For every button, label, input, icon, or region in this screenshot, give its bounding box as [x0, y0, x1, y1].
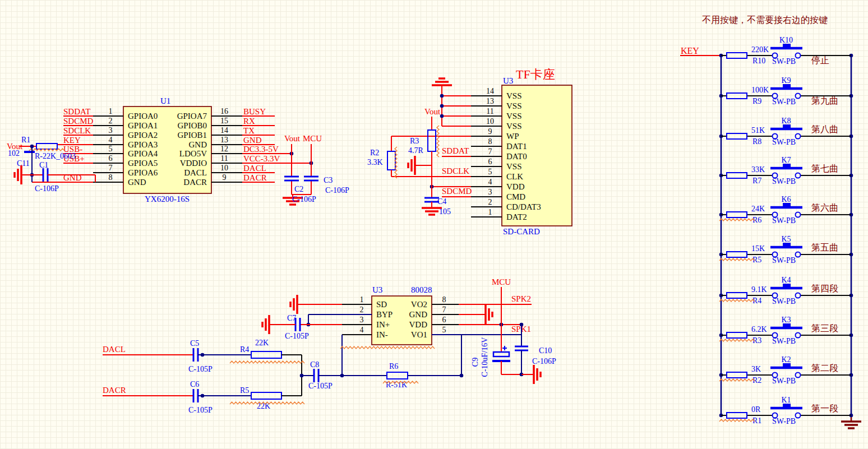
resistor-symbol[interactable] — [727, 293, 747, 298]
net-label[interactable]: SDCLK — [63, 126, 91, 135]
net-label[interactable]: KEY — [63, 136, 81, 145]
pin-name: GND — [409, 310, 428, 319]
component-value: 24K — [751, 205, 765, 213]
component-value: 15K — [751, 244, 765, 253]
resistor-symbol[interactable] — [428, 130, 436, 151]
song-label: 第八曲 — [811, 124, 838, 134]
resistor-symbol[interactable] — [387, 372, 408, 379]
pin-number: 4 — [488, 178, 492, 186]
pin-name: VDD — [409, 320, 428, 329]
component-value: SW-PB — [772, 216, 796, 225]
component-ref: R8 — [752, 137, 761, 146]
net-label[interactable]: BUSY — [243, 107, 266, 116]
net-label[interactable]: VCC-3.3V — [243, 154, 280, 163]
song-label: 第九曲 — [811, 96, 838, 105]
component-value: 9.1K — [751, 285, 767, 294]
net-label[interactable]: SDCMD — [63, 117, 94, 126]
switch-contact — [796, 212, 801, 217]
pin-name: DACR — [183, 178, 207, 187]
component-value: 22K — [255, 339, 269, 347]
net-label[interactable]: DACL — [103, 345, 126, 354]
component-value: 51K — [751, 126, 765, 135]
net-label[interactable]: SDCMD — [442, 187, 472, 196]
switch-button-row-8[interactable] — [783, 363, 791, 368]
switch-contact — [796, 53, 801, 58]
pin-name: VSS — [506, 122, 522, 131]
resistor-symbol[interactable] — [727, 413, 747, 418]
switch-button-row-2[interactable] — [783, 124, 791, 129]
net-label[interactable]: MCU — [492, 277, 511, 286]
pin-name: VSS — [506, 91, 522, 100]
net-label[interactable]: SDDAT — [442, 146, 469, 155]
resistor-symbol[interactable] — [387, 151, 395, 170]
pin-number: 4 — [360, 326, 364, 334]
net-label[interactable]: DACR — [103, 386, 126, 395]
pin-name: IN- — [376, 330, 388, 339]
pin-number: 3 — [109, 126, 113, 135]
switch-button-row-1[interactable] — [783, 84, 791, 89]
net-label[interactable]: SPK2 — [511, 294, 531, 303]
component-ref: C1 — [39, 161, 48, 169]
resistor-symbol[interactable] — [727, 252, 747, 257]
component-value: SW-PB — [772, 417, 796, 425]
pin-number: 12 — [220, 145, 228, 153]
component-ref: C10 — [539, 346, 552, 355]
component-ref: C11 — [17, 159, 30, 168]
capacitor-symbol[interactable] — [493, 352, 509, 357]
pin-name: GPIOA4 — [128, 149, 158, 158]
resistor-symbol[interactable] — [727, 53, 747, 58]
pin-name: GPIOA5 — [128, 159, 158, 168]
resistor-symbol[interactable] — [727, 133, 747, 139]
component-value: SW-PB — [772, 177, 796, 186]
switch-button-row-7[interactable] — [783, 323, 791, 328]
component-value: C-105P — [188, 365, 213, 373]
net-label[interactable]: SDDAT — [63, 107, 90, 116]
net-label[interactable]: Vout — [284, 134, 301, 143]
component-ref: R6 — [389, 362, 398, 371]
song-label: 第二段 — [811, 363, 838, 373]
pin-name: LDO5V — [179, 149, 207, 158]
resistor-symbol[interactable] — [251, 351, 281, 358]
pin-number: 4 — [109, 136, 113, 144]
pin-number: 14 — [220, 126, 228, 135]
component-ref: K9 — [781, 76, 791, 85]
net-label[interactable]: GND — [243, 136, 262, 145]
resistor-symbol[interactable] — [727, 173, 747, 178]
pin-name: DAT1 — [506, 142, 527, 151]
resistor-symbol[interactable] — [727, 332, 747, 338]
switch-button-row-4[interactable] — [783, 203, 791, 207]
resistor-symbol[interactable] — [727, 212, 747, 217]
pin-number: 2 — [360, 305, 364, 314]
pin-number: 1 — [360, 295, 364, 304]
component-value: SW-PB — [772, 337, 796, 345]
switch-button-row-5[interactable] — [783, 243, 791, 247]
net-label[interactable]: DACL — [243, 164, 266, 173]
pin-number: 5 — [109, 145, 113, 153]
resistor-symbol[interactable] — [727, 93, 747, 99]
pin-name: GPIOA0 — [128, 112, 158, 121]
switch-button-row-0[interactable] — [783, 44, 791, 48]
net-label[interactable]: KEY — [681, 46, 699, 55]
net-label[interactable]: MCU — [303, 134, 322, 143]
pin-name: CLK — [506, 172, 523, 181]
switch-contact — [796, 94, 801, 99]
component-ref: R1 — [21, 136, 30, 144]
resistor-symbol[interactable] — [251, 392, 281, 399]
component-ref: K1 — [781, 396, 791, 404]
net-label[interactable]: DACR — [243, 173, 267, 182]
wavy-marker — [340, 346, 435, 349]
component-value: SW-PB — [772, 377, 796, 385]
net-label[interactable]: TX — [243, 126, 255, 135]
switch-button-row-6[interactable] — [783, 284, 791, 288]
switch-contact — [796, 373, 801, 378]
component-value: 80028 — [411, 285, 432, 294]
net-label[interactable]: RX — [243, 117, 255, 126]
pin-number: 1 — [109, 107, 113, 115]
net-label[interactable]: SDCLK — [442, 166, 469, 175]
net-label[interactable]: DC3.3-5V — [243, 145, 279, 154]
wavy-marker — [719, 339, 755, 341]
resistor-symbol[interactable] — [727, 372, 747, 378]
net-label[interactable]: Vout — [424, 107, 441, 116]
switch-button-row-9[interactable] — [783, 404, 791, 408]
switch-button-row-3[interactable] — [783, 164, 791, 168]
